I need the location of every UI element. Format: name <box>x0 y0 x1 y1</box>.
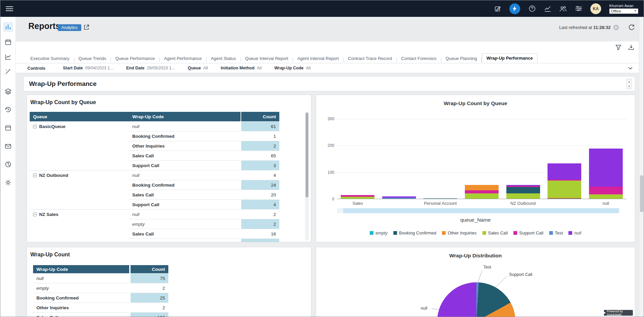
filter-queue[interactable]: QueueAll <box>188 66 208 70</box>
main-content: Reports Analytics Last refreshed at 11:2… <box>16 17 639 317</box>
sidebar-item-layers[interactable] <box>3 86 13 96</box>
chart-zoom-scrollbar[interactable] <box>337 208 619 213</box>
tab-contact-forensics[interactable]: Contact Forensics <box>397 54 441 64</box>
legend-item-empty[interactable]: empty <box>370 230 387 235</box>
legend-item-sales-call[interactable]: Sales Call <box>482 230 508 235</box>
bar-unlabeled[interactable] <box>548 163 581 199</box>
chart-zoom-thumb[interactable] <box>343 208 619 213</box>
column-header-count[interactable]: Count <box>241 112 279 121</box>
tab-queue-interval-report[interactable]: Queue Interval Report <box>241 54 293 64</box>
sidebar-item-history[interactable] <box>3 104 13 115</box>
pie-chart[interactable] <box>437 282 515 317</box>
compose-note-icon[interactable] <box>494 5 501 12</box>
legend-item-test[interactable]: Test <box>549 230 563 235</box>
legend-item-other-inquiries[interactable]: Other Inquiries <box>442 230 476 235</box>
bar-segment-sales-call <box>341 197 374 199</box>
count-cell: 1 <box>241 131 279 141</box>
queue-cell[interactable]: BasicQueue <box>30 121 129 131</box>
filter-end-date[interactable]: End Date29/05/2023 1... <box>126 66 175 70</box>
tab-contract-trace-record[interactable]: Contract Trace Record <box>343 54 396 64</box>
bar-null[interactable] <box>589 149 623 199</box>
table-scrollbar-thumb[interactable] <box>306 113 308 197</box>
legend-label: Other Inquiries <box>448 230 476 235</box>
legend-item-null[interactable]: null <box>568 230 581 235</box>
legend-label: null <box>574 230 581 235</box>
table-row: Booking Confirmed24 <box>30 180 279 190</box>
sidebar-item-calendar[interactable] <box>3 37 13 47</box>
bar-Personal Account[interactable] <box>423 198 457 199</box>
tab-agent-status[interactable]: Agent Status <box>206 54 240 64</box>
tab-executive-summary[interactable]: Executive Summary <box>26 54 74 64</box>
info-icon[interactable] <box>614 25 619 30</box>
agent-status-select[interactable]: Offline ▼ <box>609 8 638 14</box>
queue-cell <box>30 239 129 242</box>
wrapup-code-cell: empty <box>33 283 129 293</box>
column-header-count[interactable]: Count <box>131 265 168 273</box>
tab-wrap-up-performance[interactable]: Wrap-Up Performance <box>482 53 537 64</box>
sidebar-item-reports[interactable] <box>3 22 13 32</box>
count-cell: 106 <box>131 312 168 317</box>
wrapup-code-cell: Booking Confirmed <box>129 180 241 190</box>
page-scrollbar-thumb[interactable] <box>640 175 643 212</box>
gridline <box>337 172 626 173</box>
column-header-wrapup-code[interactable]: Wrap-Up Code <box>129 112 241 121</box>
bar-segment-sales-call <box>548 181 581 198</box>
avatar[interactable]: KA <box>590 3 601 14</box>
legend-item-booking-confirmed[interactable]: Booking Confirmed <box>393 230 437 235</box>
chevron-down-icon[interactable] <box>628 66 633 70</box>
tab-queue-performance[interactable]: Queue Performance <box>111 54 159 64</box>
bar-segment-sales-call <box>465 193 499 199</box>
tab-queue-trends[interactable]: Queue Trends <box>74 54 111 64</box>
page-scrollbar[interactable] <box>639 17 644 317</box>
column-header-queue[interactable]: Queue <box>30 112 129 121</box>
count-table-panel: Wrap-Up Count Wrap-Up Code Count null75e… <box>27 247 311 317</box>
table-scrollbar[interactable] <box>305 112 309 241</box>
tab-agent-interval-report[interactable]: Agent Interval Report <box>293 54 343 64</box>
filter-wrap-up-code[interactable]: Wrap-Up CodeAll <box>274 66 310 70</box>
sheet-title: Wrap-Up Performance <box>29 80 96 88</box>
x-tick-label: null <box>585 201 626 206</box>
collapse-icon[interactable] <box>33 213 37 216</box>
queue-cell[interactable]: NZ Outbound <box>30 170 129 180</box>
analytics-badge[interactable]: Analytics <box>58 24 81 31</box>
sidebar-item-analytics[interactable] <box>3 52 13 62</box>
legend-label: Support Call <box>519 230 543 235</box>
export-icon[interactable] <box>628 44 634 50</box>
tab-queue-planning[interactable]: Queue Planning <box>441 54 481 64</box>
hamburger-menu-icon[interactable] <box>6 5 13 12</box>
wrapup-code-cell: Other Inquiries <box>33 303 129 312</box>
sidebar-item-pie-insights[interactable] <box>3 159 13 169</box>
refresh-icon[interactable] <box>628 24 635 31</box>
legend-label: Booking Confirmed <box>399 230 437 235</box>
sidebar-item-mail[interactable] <box>3 141 13 151</box>
legend-item-support-call[interactable]: Support Call <box>513 230 543 235</box>
sidebar-item-gear[interactable] <box>3 178 13 188</box>
y-tick-label: 200 <box>321 143 334 148</box>
bar-Sales[interactable] <box>341 195 374 199</box>
wrapup-code-cell: Support Call <box>129 199 241 209</box>
queue-cell[interactable]: NZ Sales <box>30 209 129 219</box>
sheet-scroll-buttons[interactable]: ▲▼ <box>626 79 632 89</box>
wrapup-code-cell: Sales Call <box>129 151 241 160</box>
agents-icon[interactable] <box>559 5 567 12</box>
column-header-wrapup-code[interactable]: Wrap-Up Code <box>33 265 129 273</box>
external-link-icon[interactable] <box>83 24 89 30</box>
bar-NZ Outbound[interactable] <box>506 185 540 199</box>
settings-sliders-icon[interactable] <box>575 5 582 12</box>
count-table-header-row: Wrap-Up Code Count <box>33 265 168 273</box>
sidebar-item-routing-wand[interactable] <box>3 66 13 76</box>
bar-unlabeled[interactable] <box>465 185 499 199</box>
filter-start-date[interactable]: Start Date09/04/2023 1... <box>63 66 113 70</box>
metrics-icon[interactable] <box>544 5 551 12</box>
filter-icon[interactable] <box>615 44 621 50</box>
queue-cell <box>30 151 129 160</box>
lightning-icon[interactable] <box>509 3 520 14</box>
collapse-icon[interactable] <box>33 125 37 128</box>
help-icon[interactable] <box>528 5 536 12</box>
bar-unlabeled[interactable] <box>382 196 416 199</box>
collapse-icon[interactable] <box>33 173 37 177</box>
wrapup-code-cell: Support Call <box>129 160 241 170</box>
filter-initiation-method[interactable]: Initiation MethodAll <box>221 66 261 70</box>
sidebar-item-workspace[interactable] <box>3 123 13 133</box>
tab-agent-performance[interactable]: Agent Performance <box>160 54 206 64</box>
